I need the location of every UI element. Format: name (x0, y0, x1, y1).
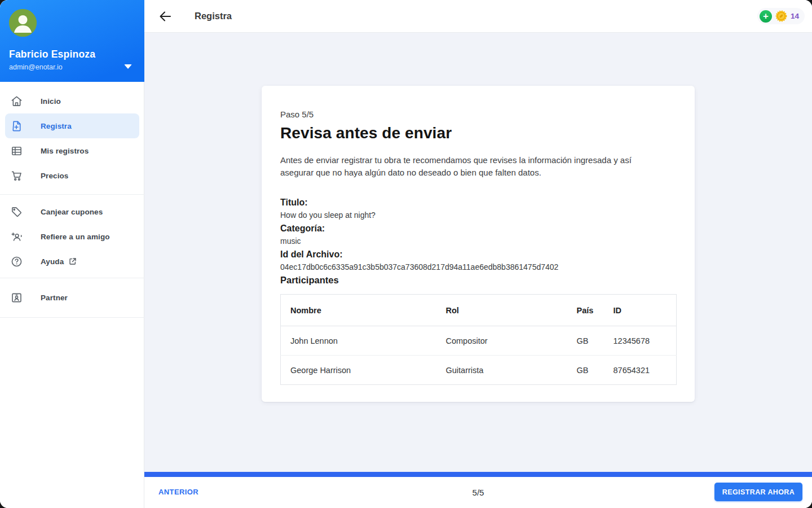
review-card: Paso 5/5 Revisa antes de enviar Antes de… (262, 86, 695, 402)
sidebar-divider (0, 317, 144, 318)
cart-icon (10, 169, 23, 182)
card-heading: Revisa antes de enviar (280, 124, 676, 142)
help-circle-icon (10, 255, 23, 268)
external-link-icon (68, 257, 77, 266)
sidebar-group-partner: Partner (0, 285, 144, 310)
page-title: Registra (195, 11, 232, 21)
register-now-button[interactable]: REGISTRAR AHORA (714, 483, 802, 501)
sidebar-group-extras: Canjear cupones Refiere a un amigo Ayuda (0, 199, 144, 274)
column-header-nombre: Nombre (281, 295, 436, 326)
cell-pais: GB (567, 326, 604, 356)
coin-icon (775, 10, 788, 23)
column-header-id: ID (604, 295, 677, 326)
sidebar-item-inicio[interactable]: Inicio (0, 89, 144, 113)
chevron-down-icon[interactable] (124, 64, 132, 69)
sidebar-item-registra[interactable]: Registra (5, 113, 139, 138)
wizard-footer: ANTERIOR 5/5 REGISTRAR AHORA (144, 477, 812, 508)
badge-icon (10, 291, 23, 304)
field-value-id-archivo: 04ec17db0c6c6335a91c3b5b037ca73608d217d9… (280, 261, 676, 274)
table-icon (10, 144, 23, 157)
cell-id: 12345678 (604, 326, 677, 356)
main-column: Registra + 14 Paso 5/5 Revisa antes de e… (144, 0, 812, 508)
topbar: Registra + 14 (144, 0, 812, 33)
field-label-titulo: Titulo: (280, 196, 676, 209)
sidebar-item-label: Canjear cupones (41, 208, 103, 216)
field-value-categoria: music (280, 235, 676, 248)
participants-title: Participantes (280, 274, 676, 287)
field-label-id-archivo: Id del Archivo: (280, 248, 676, 261)
credits-badge[interactable]: + 14 (757, 8, 805, 24)
review-fields: Titulo: How do you sleep at night? Categ… (280, 196, 676, 287)
field-value-titulo: How do you sleep at night? (280, 209, 676, 222)
file-plus-icon (10, 120, 23, 133)
avatar (9, 9, 37, 37)
sidebar: Fabricio Espinoza admin@enotar.io Inicio (0, 0, 144, 508)
sidebar-item-partner[interactable]: Partner (0, 285, 144, 310)
sidebar-item-mis-registros[interactable]: Mis registros (0, 138, 144, 163)
add-credits-button[interactable]: + (760, 10, 772, 23)
sidebar-item-label: Mis registros (41, 147, 89, 155)
cell-rol: Compositor (436, 326, 567, 356)
user-account-header[interactable]: Fabricio Espinoza admin@enotar.io (0, 0, 144, 82)
step-label: Paso 5/5 (280, 110, 676, 119)
table-header-row: Nombre Rol País ID (281, 295, 677, 326)
field-label-categoria: Categoría: (280, 222, 676, 235)
sidebar-divider (0, 278, 144, 278)
sidebar-item-label: Precios (41, 172, 68, 180)
sidebar-item-label: Registra (41, 122, 72, 130)
sidebar-item-canjear-cupones[interactable]: Canjear cupones (0, 199, 144, 224)
sidebar-item-precios[interactable]: Precios (0, 163, 144, 188)
person-add-icon (10, 230, 23, 243)
credits-count: 14 (791, 12, 799, 20)
sidebar-group-main: Inicio Registra Mis registros (0, 89, 144, 188)
sidebar-item-ayuda[interactable]: Ayuda (0, 249, 144, 274)
cell-nombre: George Harrison (281, 356, 436, 385)
tag-icon (10, 205, 23, 218)
app-window: Fabricio Espinoza admin@enotar.io Inicio (0, 0, 812, 508)
home-icon (10, 95, 23, 108)
sidebar-divider (0, 194, 144, 195)
table-row: John Lennon Compositor GB 12345678 (281, 326, 677, 356)
content-area: Paso 5/5 Revisa antes de enviar Antes de… (144, 33, 812, 472)
cell-nombre: John Lennon (281, 326, 436, 356)
cell-pais: GB (567, 356, 604, 385)
sidebar-item-label: Partner (41, 294, 68, 302)
column-header-pais: País (567, 295, 604, 326)
sidebar-item-label: Inicio (41, 97, 61, 106)
table-row: George Harrison Guitarrista GB 87654321 (281, 356, 677, 385)
card-description: Antes de enviar registrar tu obra te rec… (280, 154, 657, 178)
step-progress-label: 5/5 (144, 488, 812, 497)
participants-table: Nombre Rol País ID John Lennon Composito… (280, 294, 677, 385)
cell-id: 87654321 (604, 356, 677, 385)
user-email: admin@enotar.io (9, 63, 63, 71)
sidebar-item-refiere-amigo[interactable]: Refiere a un amigo (0, 224, 144, 249)
sidebar-item-label: Refiere a un amigo (41, 233, 110, 241)
sidebar-item-label: Ayuda (41, 257, 64, 266)
column-header-rol: Rol (436, 295, 567, 326)
user-name: Fabricio Espinoza (9, 49, 95, 60)
wizard-progress-bar (144, 472, 812, 477)
cell-rol: Guitarrista (436, 356, 567, 385)
back-button[interactable] (158, 10, 173, 23)
